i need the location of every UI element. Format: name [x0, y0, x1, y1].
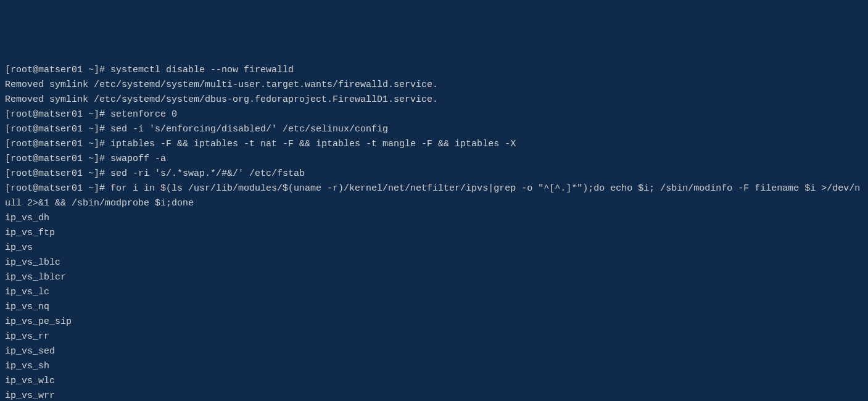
command-line: [root@matser01 ~]# swapoff -a [5, 152, 863, 167]
output-line: ip_vs_ftp [5, 226, 863, 241]
output-line: ip_vs_lc [5, 285, 863, 300]
output-line: ip_vs_sh [5, 359, 863, 374]
output-line: Removed symlink /etc/systemd/system/mult… [5, 78, 863, 93]
terminal-output[interactable]: [root@matser01 ~]# systemctl disable --n… [5, 63, 863, 401]
output-line: ip_vs [5, 241, 863, 255]
output-line: ip_vs_nq [5, 300, 863, 315]
command-line: [root@matser01 ~]# sed -i 's/enforcing/d… [5, 122, 863, 137]
output-line: ip_vs_wlc [5, 374, 863, 389]
output-line: ip_vs_sed [5, 344, 863, 359]
command-line: [root@matser01 ~]# setenforce 0 [5, 107, 863, 122]
command-line: [root@matser01 ~]# sed -ri 's/.*swap.*/#… [5, 167, 863, 181]
output-line: ip_vs_pe_sip [5, 315, 863, 329]
output-line: ip_vs_dh [5, 211, 863, 226]
command-line: [root@matser01 ~]# for i in $(ls /usr/li… [5, 181, 863, 211]
output-line: Removed symlink /etc/systemd/system/dbus… [5, 93, 863, 107]
output-line: ip_vs_lblc [5, 255, 863, 270]
output-line: ip_vs_wrr [5, 389, 863, 401]
command-line: [root@matser01 ~]# systemctl disable --n… [5, 63, 863, 78]
output-line: ip_vs_rr [5, 329, 863, 344]
command-line: [root@matser01 ~]# iptables -F && iptabl… [5, 137, 863, 152]
output-line: ip_vs_lblcr [5, 270, 863, 285]
